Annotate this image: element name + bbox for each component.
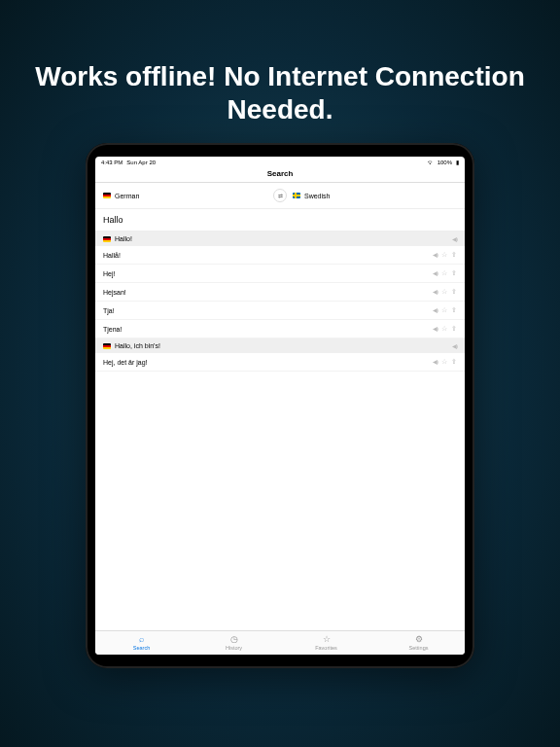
promo-headline: Works offline! No Internet Connection Ne… [0, 60, 560, 125]
tab-label: Settings [409, 645, 429, 651]
result-text: Tjena! [103, 326, 122, 333]
tab-settings[interactable]: ⚙ Settings [372, 631, 465, 655]
battery-pct: 100% [438, 160, 452, 165]
wifi-icon: ᯤ [428, 160, 434, 165]
share-icon[interactable] [451, 251, 457, 259]
source-language[interactable]: German [103, 193, 267, 199]
star-icon: ☆ [323, 635, 331, 644]
tab-label: Search [133, 645, 150, 651]
result-row[interactable]: Hej, det är jag! [95, 353, 465, 372]
star-icon[interactable] [441, 358, 447, 366]
battery-icon: ▮ [456, 159, 459, 165]
tab-bar: ⌕ Search ◷ History ☆ Favorites ⚙ Setting… [95, 630, 465, 655]
swap-languages-button[interactable]: ⇄ [273, 189, 287, 202]
result-row[interactable]: Hejsan! [95, 283, 465, 302]
section-header-text: Hallo, ich bin's! [115, 342, 160, 349]
status-time: 4:43 PM [101, 160, 122, 165]
language-selector-row: German ⇄ Swedish [95, 183, 465, 209]
share-icon[interactable] [451, 288, 457, 296]
speaker-icon[interactable] [452, 342, 457, 349]
status-date: Sun Apr 20 [126, 160, 156, 165]
speaker-icon[interactable] [452, 235, 457, 242]
results-content: Hallo! Hallå! Hej! [95, 231, 465, 630]
german-flag-icon [103, 236, 111, 242]
result-row[interactable]: Tja! [95, 302, 465, 320]
result-text: Hallå! [103, 252, 121, 259]
result-text: Hej! [103, 270, 115, 277]
page-title: Search [95, 167, 465, 183]
source-language-label: German [115, 193, 139, 199]
share-icon[interactable] [451, 325, 457, 333]
star-icon[interactable] [441, 269, 447, 277]
star-icon[interactable] [441, 288, 447, 296]
result-row[interactable]: Hej! [95, 265, 465, 283]
speaker-icon[interactable] [433, 251, 438, 259]
result-section-header: Hallo, ich bin's! [95, 338, 465, 353]
tab-label: Favorites [315, 645, 337, 651]
share-icon[interactable] [451, 358, 457, 366]
star-icon[interactable] [441, 325, 447, 333]
share-icon[interactable] [451, 306, 457, 314]
result-text: Tja! [103, 307, 115, 314]
share-icon[interactable] [451, 269, 457, 277]
tab-favorites[interactable]: ☆ Favorites [280, 631, 372, 655]
result-section-header: Hallo! [95, 231, 465, 246]
result-row[interactable]: Hallå! [95, 246, 465, 265]
swedish-flag-icon [293, 193, 300, 198]
gear-icon: ⚙ [415, 635, 423, 644]
section-header-text: Hallo! [115, 235, 132, 242]
speaker-icon[interactable] [433, 288, 438, 296]
star-icon[interactable] [441, 306, 447, 314]
speaker-icon[interactable] [433, 358, 438, 366]
result-text: Hej, det är jag! [103, 359, 148, 366]
search-icon: ⌕ [139, 635, 144, 644]
tablet-frame: 4:43 PM Sun Apr 20 ᯤ 100% ▮ Search Germa… [86, 143, 474, 668]
search-input[interactable]: Hallo [103, 215, 457, 225]
swap-icon: ⇄ [278, 193, 283, 199]
target-language-label: Swedish [304, 193, 330, 199]
result-row[interactable]: Tjena! [95, 320, 465, 338]
tab-label: History [226, 645, 242, 651]
status-bar: 4:43 PM Sun Apr 20 ᯤ 100% ▮ [95, 157, 465, 167]
tab-history[interactable]: ◷ History [188, 631, 280, 655]
result-text: Hejsan! [103, 289, 126, 296]
speaker-icon[interactable] [433, 325, 438, 333]
tab-search[interactable]: ⌕ Search [95, 631, 188, 655]
speaker-icon[interactable] [433, 306, 438, 314]
star-icon[interactable] [441, 251, 447, 259]
speaker-icon[interactable] [433, 269, 438, 277]
search-input-area[interactable]: Hallo [95, 209, 465, 231]
target-language[interactable]: Swedish [293, 193, 457, 199]
german-flag-icon [103, 343, 111, 349]
clock-icon: ◷ [230, 635, 238, 644]
german-flag-icon [103, 193, 111, 198]
tablet-screen: 4:43 PM Sun Apr 20 ᯤ 100% ▮ Search Germa… [95, 157, 465, 655]
